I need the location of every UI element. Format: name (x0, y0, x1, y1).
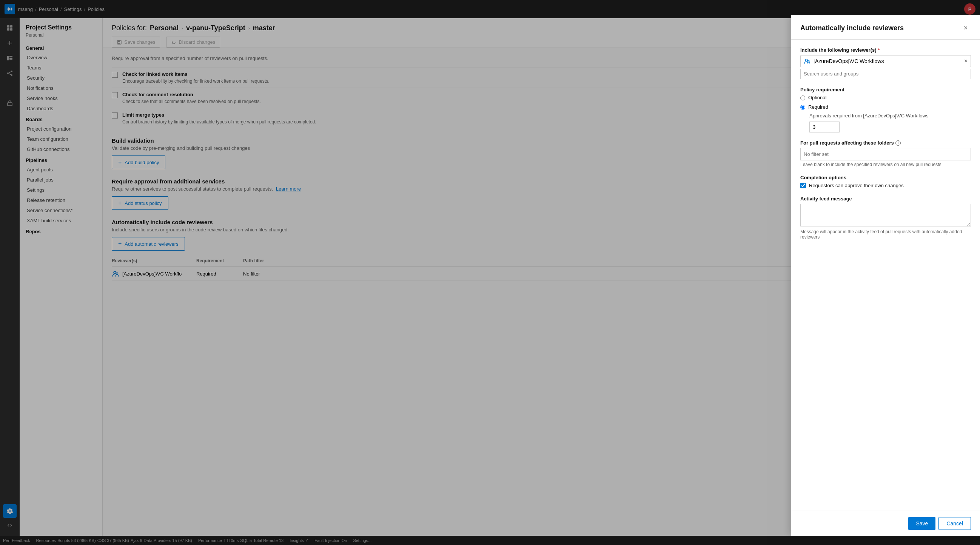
modal-title: Automatically include reviewers (800, 24, 904, 32)
modal-close-button[interactable]: × (960, 23, 971, 33)
reviewer-tag-remove-button[interactable]: × (964, 58, 967, 65)
reviewer-tag-icon (804, 58, 810, 65)
optional-radio[interactable] (800, 95, 805, 100)
folders-form-group: For pull requests affecting these folder… (800, 140, 971, 167)
policy-requirement-radio-group: Optional Required (800, 95, 971, 110)
svg-point-19 (806, 59, 808, 61)
filter-hint-text: Leave blank to include the specified rev… (800, 162, 971, 167)
policy-requirement-group: Policy requirement Optional Required App… (800, 87, 971, 132)
folders-info-icon[interactable]: i (896, 140, 901, 146)
activity-feed-group: Activity feed message Message will appea… (800, 196, 971, 240)
completion-checkbox-option: Requestors can approve their own changes (800, 183, 971, 188)
modal-footer: Save Cancel (791, 511, 980, 536)
completion-checkbox[interactable] (800, 183, 806, 188)
modal-save-button[interactable]: Save (908, 517, 935, 530)
folders-filter-input[interactable] (800, 148, 971, 160)
svg-point-20 (808, 60, 809, 62)
required-radio[interactable] (800, 105, 805, 110)
modal-header: Automatically include reviewers × (791, 15, 980, 40)
radio-option-optional: Optional (800, 95, 971, 100)
activity-feed-label: Activity feed message (800, 196, 971, 202)
approvals-count-input[interactable] (809, 122, 840, 132)
search-users-input[interactable] (800, 69, 971, 79)
reviewer-tag: [AzureDevOps]\VC Workflows × (800, 55, 971, 67)
policy-requirement-label: Policy requirement (800, 87, 971, 92)
required-star: * (878, 47, 880, 53)
completion-checkbox-label[interactable]: Requestors can approve their own changes (809, 183, 904, 188)
reviewer-field-label: Include the following reviewer(s) * (800, 47, 971, 53)
reviewer-tag-content: [AzureDevOps]\VC Workflows (804, 58, 884, 65)
reviewer-form-group: Include the following reviewer(s) * [Azu… (800, 47, 971, 79)
modal-panel: Automatically include reviewers × Includ… (791, 15, 980, 536)
modal-cancel-button[interactable]: Cancel (939, 517, 971, 530)
completion-options-group: Completion options Requestors can approv… (800, 175, 971, 188)
reviewer-tag-name: [AzureDevOps]\VC Workflows (813, 58, 884, 64)
approvals-subgroup: Approvals required from [AzureDevOps]\VC… (800, 113, 971, 132)
activity-feed-textarea[interactable] (800, 204, 971, 226)
optional-radio-label[interactable]: Optional (808, 95, 826, 100)
radio-option-required: Required (800, 104, 971, 110)
required-radio-label[interactable]: Required (808, 104, 828, 110)
completion-options-label: Completion options (800, 175, 971, 180)
folders-label: For pull requests affecting these folder… (800, 140, 971, 146)
activity-feed-hint: Message will appear in the activity feed… (800, 229, 971, 240)
modal-body: Include the following reviewer(s) * [Azu… (791, 40, 980, 511)
approvals-required-label: Approvals required from [AzureDevOps]\VC… (809, 113, 971, 119)
